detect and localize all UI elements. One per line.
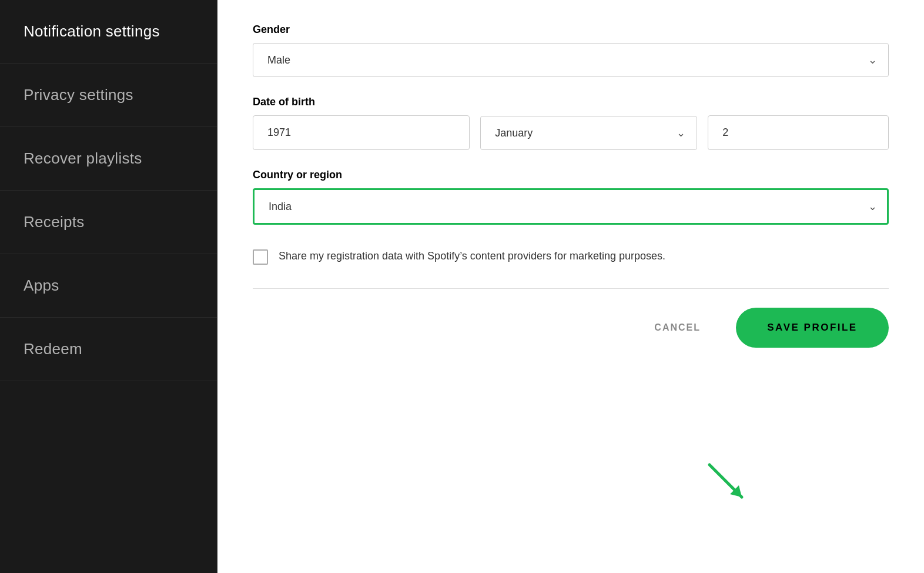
- sidebar-item-privacy-settings[interactable]: Privacy settings: [0, 64, 217, 127]
- cancel-button[interactable]: CANCEL: [642, 315, 712, 340]
- divider: [253, 288, 889, 289]
- country-select-wrapper: India United States United Kingdom Austr…: [253, 188, 889, 225]
- sidebar-item-notification-settings[interactable]: Notification settings: [0, 0, 217, 64]
- gender-select-wrapper: Male Female Non-binary Other Prefer not …: [253, 43, 889, 77]
- gender-label: Gender: [253, 24, 889, 36]
- dob-year-wrapper: [253, 115, 470, 150]
- gender-select[interactable]: Male Female Non-binary Other Prefer not …: [253, 43, 889, 77]
- sidebar-item-apps[interactable]: Apps: [0, 254, 217, 318]
- country-field-group: Country or region India United States Un…: [253, 169, 889, 225]
- sidebar-item-redeem[interactable]: Redeem: [0, 318, 217, 381]
- sidebar: Notification settings Privacy settings R…: [0, 0, 217, 573]
- arrow-annotation: [701, 459, 754, 508]
- dob-row: January February March April May June Ju…: [253, 115, 889, 150]
- actions-row: CANCEL SAVE PROFILE: [253, 308, 889, 348]
- marketing-checkbox-row: Share my registration data with Spotify’…: [253, 248, 889, 265]
- marketing-checkbox-label: Share my registration data with Spotify’…: [279, 248, 665, 264]
- dob-month-select[interactable]: January February March April May June Ju…: [480, 116, 697, 150]
- dob-label: Date of birth: [253, 96, 889, 108]
- dob-day-input[interactable]: [708, 115, 889, 150]
- country-label: Country or region: [253, 169, 889, 181]
- sidebar-item-receipts[interactable]: Receipts: [0, 191, 217, 254]
- country-select[interactable]: India United States United Kingdom Austr…: [253, 188, 889, 225]
- marketing-checkbox[interactable]: [253, 249, 268, 265]
- main-content: Gender Male Female Non-binary Other Pref…: [217, 0, 924, 573]
- dob-field-group: Date of birth January February March Apr…: [253, 96, 889, 150]
- dob-year-input[interactable]: [253, 115, 470, 150]
- svg-marker-1: [730, 485, 742, 497]
- save-profile-button[interactable]: SAVE PROFILE: [736, 308, 889, 348]
- sidebar-item-recover-playlists[interactable]: Recover playlists: [0, 127, 217, 191]
- svg-line-0: [709, 465, 742, 497]
- dob-day-wrapper: [708, 115, 889, 150]
- dob-month-wrapper: January February March April May June Ju…: [480, 116, 697, 150]
- gender-field-group: Gender Male Female Non-binary Other Pref…: [253, 24, 889, 77]
